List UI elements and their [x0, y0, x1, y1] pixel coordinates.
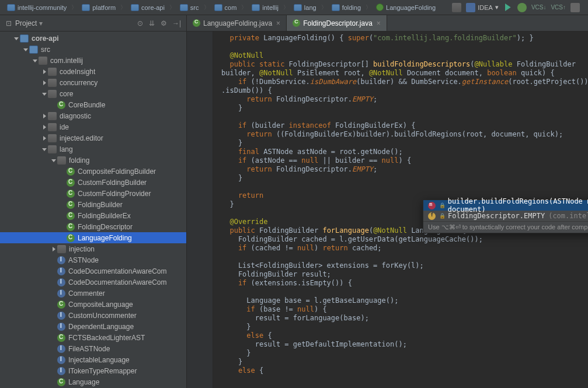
tree-node[interactable]: FoldingBuilderEx: [0, 210, 186, 221]
tree-arrow-icon[interactable]: [41, 135, 48, 142]
sort-icon[interactable]: [452, 3, 461, 12]
breadcrumb-item[interactable]: lang: [290, 3, 320, 12]
completion-popup[interactable]: 🔒builder.buildFoldRegions(ASTNode node, …: [423, 200, 588, 233]
breadcrumb-item[interactable]: folding: [328, 3, 364, 12]
tree-node[interactable]: injected.editor: [0, 132, 186, 144]
tree-arrow-icon[interactable]: [41, 113, 48, 120]
tree-node[interactable]: CompositeLanguage: [0, 299, 186, 310]
tree-node[interactable]: LanguageFolding: [0, 232, 186, 243]
editor-gutter[interactable]: [187, 32, 213, 388]
close-icon[interactable]: ×: [377, 19, 381, 27]
tree-node[interactable]: injection: [0, 243, 186, 254]
tree-label: core-api: [32, 34, 59, 43]
tree-arrow-icon[interactable]: [50, 246, 57, 253]
tree-label: FileASTNode: [68, 345, 110, 353]
tree-arrow-icon[interactable]: [41, 68, 48, 75]
tree-label: ITokenTypeRemapper: [68, 367, 137, 375]
run-icon[interactable]: [503, 3, 513, 12]
tree-node[interactable]: lang: [0, 144, 186, 155]
breadcrumb-item[interactable]: intellij: [248, 3, 282, 12]
tree-arrow-icon[interactable]: [41, 124, 48, 131]
tree-node[interactable]: CustomFoldingProvider: [0, 188, 186, 199]
project-tree[interactable]: core-apisrccom.intellijcodeInsightconcur…: [0, 32, 186, 388]
tree-arrow-icon: [60, 168, 67, 175]
tree-arrow-icon[interactable]: [22, 46, 29, 53]
tree-label: LanguageFolding: [78, 234, 132, 242]
vcs-indicator-2[interactable]: VCS↑: [551, 4, 566, 11]
completion-pkg: (com.intellij.lang.folding): [548, 212, 588, 220]
tree-label: DependentLanguage: [68, 323, 134, 331]
breadcrumb-item[interactable]: com: [211, 3, 241, 12]
tree-node[interactable]: DependentLanguage: [0, 321, 186, 332]
gear-icon[interactable]: ⚙: [161, 19, 169, 27]
close-icon[interactable]: ×: [276, 19, 280, 27]
editor-tab[interactable]: LanguageFolding.java×: [187, 15, 287, 31]
method-icon: [428, 202, 436, 209]
editor-tab[interactable]: FoldingDescriptor.java×: [287, 15, 387, 31]
tree-node[interactable]: diagnostic: [0, 110, 186, 121]
tree-node[interactable]: ITokenTypeRemapper: [0, 365, 186, 376]
tree-node[interactable]: folding: [0, 155, 186, 166]
tree-arrow-icon: [60, 223, 67, 230]
package-icon: [48, 112, 57, 120]
vcs-indicator-1[interactable]: VCS↓: [531, 4, 547, 11]
tree-node[interactable]: Commenter: [0, 288, 186, 299]
tree-arrow-icon[interactable]: [13, 35, 20, 42]
tree-node[interactable]: com.intellij: [0, 55, 186, 66]
tree-arrow-icon[interactable]: [41, 146, 48, 153]
completion-item[interactable]: 🔒FoldingDescriptor.EMPTY(com.intellij.la…: [423, 211, 588, 221]
tree-node[interactable]: codeInsight: [0, 66, 186, 77]
class-icon: [67, 179, 75, 187]
debug-icon[interactable]: [517, 3, 527, 12]
completion-item[interactable]: 🔒builder.buildFoldRegions(ASTNode node, …: [423, 200, 588, 211]
tree-arrow-icon: [50, 379, 57, 386]
tree-node[interactable]: ASTNode: [0, 254, 186, 265]
completion-name: builder.buildFoldRegions(ASTNode node, D…: [448, 197, 588, 214]
tree-node[interactable]: core-api: [0, 33, 186, 44]
tree-arrow-icon: [50, 301, 57, 308]
tree-node[interactable]: CustomFoldingBuilder: [0, 177, 186, 188]
tree-node[interactable]: FCTSBackedLighterAST: [0, 332, 186, 343]
tree-node[interactable]: Language: [0, 376, 186, 387]
tree-node[interactable]: concurrency: [0, 77, 186, 88]
interface-icon: [57, 323, 65, 331]
folder-icon: [131, 4, 139, 11]
tree-node[interactable]: FoldingDescriptor: [0, 221, 186, 232]
breadcrumb-item[interactable]: LanguageFolding: [373, 2, 439, 12]
tree-node[interactable]: CompositeFoldingBuilder: [0, 166, 186, 177]
chevron-down-icon[interactable]: ▾: [39, 19, 43, 27]
tree-node[interactable]: CodeDocumentationAwareCom: [0, 265, 186, 277]
tree-node[interactable]: FoldingBuilder: [0, 199, 186, 210]
folder-icon: [180, 4, 188, 11]
class-icon: [67, 212, 75, 220]
tree-arrow-icon[interactable]: [41, 90, 48, 97]
tree-arrow-icon[interactable]: [41, 79, 48, 86]
tree-node[interactable]: core: [0, 88, 186, 99]
collapse-icon[interactable]: ⇊: [149, 19, 157, 27]
run-config-selector[interactable]: IDEA ▾: [466, 3, 499, 12]
tree-label: concurrency: [60, 79, 98, 87]
tree-node[interactable]: CustomUncommenter: [0, 310, 186, 321]
editor-area: LanguageFolding.java×FoldingDescriptor.j…: [187, 15, 588, 388]
tree-node[interactable]: src: [0, 44, 186, 55]
breadcrumb-item[interactable]: platform: [78, 3, 119, 12]
toolbar-right: IDEA ▾ VCS↓ VCS↑: [452, 3, 584, 12]
tree-arrow-icon[interactable]: [50, 157, 57, 164]
breadcrumb-item[interactable]: core-api: [127, 3, 168, 12]
layout-icon[interactable]: [570, 3, 580, 12]
locate-icon[interactable]: ⊙: [137, 19, 145, 27]
tree-arrow-icon: [60, 179, 67, 186]
tree-node[interactable]: CodeDocumentationAwareCom: [0, 277, 186, 288]
tree-node[interactable]: InjectableLanguage: [0, 354, 186, 365]
breadcrumb-item[interactable]: src: [176, 3, 203, 12]
breadcrumb-label: com: [225, 4, 237, 11]
breadcrumb-sep: 〉: [366, 4, 371, 12]
package-icon: [48, 145, 57, 153]
hide-icon[interactable]: →|: [172, 19, 180, 27]
tree-node[interactable]: FileASTNode: [0, 343, 186, 354]
tree-label: lang: [60, 145, 73, 153]
tree-node[interactable]: CoreBundle: [0, 99, 186, 110]
tree-node[interactable]: ide: [0, 121, 186, 132]
tree-arrow-icon[interactable]: [32, 57, 39, 64]
breadcrumb-item[interactable]: intellij-community: [4, 3, 70, 12]
